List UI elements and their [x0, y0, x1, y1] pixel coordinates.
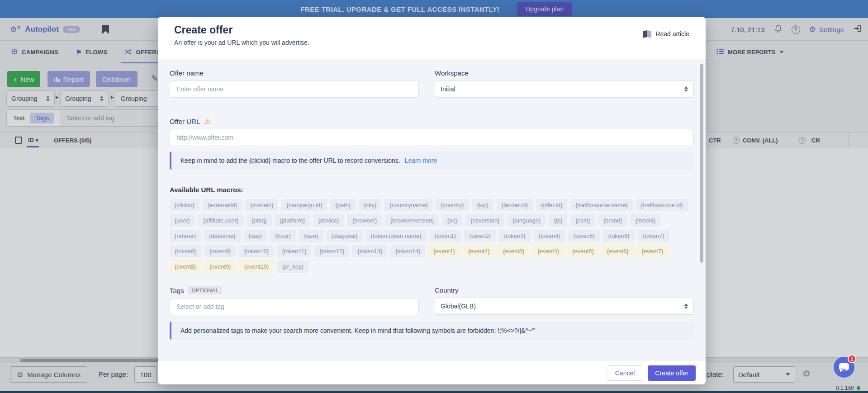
offer-name-label: Offer name: [170, 69, 419, 77]
macro-chip[interactable]: {path}: [330, 199, 356, 211]
offer-url-input[interactable]: [170, 129, 694, 146]
macro-chip[interactable]: {externalid}: [203, 199, 242, 211]
chat-widget[interactable]: 1: [834, 357, 854, 378]
macro-chip[interactable]: {size}: [299, 230, 323, 242]
macro-chips: {clickid}{externalid}{domain}{campaign.i…: [170, 199, 694, 273]
macro-chip[interactable]: {trafficsource.id}: [636, 199, 688, 211]
tags-input[interactable]: [170, 298, 419, 315]
cancel-button[interactable]: Cancel: [607, 365, 644, 381]
offer-url-field: Offer URL ⚠ Keep in mind to add the {cli…: [170, 118, 694, 170]
macro-chip[interactable]: {brand}: [598, 214, 627, 227]
stepper-icon: [684, 303, 688, 309]
macro-chip[interactable]: {cost}: [570, 214, 595, 227]
macro-chip[interactable]: {campaign.id}: [281, 199, 327, 211]
macro-chip[interactable]: {country}: [436, 199, 469, 211]
macro-chip[interactable]: {token9}: [204, 245, 236, 257]
macro-chip[interactable]: {osversion}: [465, 214, 504, 227]
macro-chip[interactable]: {language}: [508, 214, 545, 227]
macro-chip[interactable]: {browserversion}: [385, 214, 439, 227]
country-label: Country: [435, 286, 694, 294]
warning-icon: ⚠: [204, 118, 211, 125]
macro-chip[interactable]: {event3}: [498, 245, 530, 257]
clickid-note: Keep in mind to add the {clickid} macro …: [170, 152, 694, 170]
macro-chip[interactable]: {token14}: [390, 245, 425, 257]
country-select-value: Global(GLB): [441, 303, 476, 310]
macro-chip[interactable]: {hour}: [270, 230, 296, 242]
workspace-field: Workspace Initial: [435, 69, 694, 98]
macro-chip[interactable]: {platform}: [275, 214, 310, 227]
offer-name-input[interactable]: [170, 80, 419, 98]
create-offer-button[interactable]: Create offer: [648, 365, 696, 381]
country-field: Country Global(GLB): [435, 286, 694, 315]
macro-chip[interactable]: {uniq}: [247, 214, 272, 227]
macro-chip[interactable]: {token1}: [430, 230, 461, 242]
macro-chip[interactable]: {model}: [631, 214, 660, 227]
modal-body: Offer name Workspace Initial Offer URL ⚠: [158, 59, 706, 361]
macro-chip[interactable]: {token6}: [603, 230, 635, 242]
macro-chip[interactable]: {day}: [244, 230, 267, 242]
macro-chip[interactable]: {token3}: [499, 230, 531, 242]
macro-chip[interactable]: {domain}: [245, 199, 278, 211]
macro-chip[interactable]: {token10}: [239, 245, 274, 257]
macro-chip[interactable]: {city}: [359, 199, 381, 211]
modal-header: Create offer An offer is your ad URL whi…: [158, 17, 706, 59]
name-workspace-row: Offer name Workspace Initial: [170, 69, 694, 98]
macro-chip[interactable]: {token13}: [352, 245, 387, 257]
macro-chip[interactable]: {token12}: [314, 245, 349, 257]
tags-field: Tags OPTIONAL: [170, 286, 419, 315]
learn-more-link[interactable]: Learn more: [405, 157, 437, 164]
macros-label: Available URL macros:: [170, 186, 694, 194]
modal-scrollbar-thumb[interactable]: [700, 64, 703, 263]
macro-chip[interactable]: {trafficsource.name}: [570, 199, 632, 211]
country-select[interactable]: Global(GLB): [435, 298, 694, 315]
workspace-label: Workspace: [435, 69, 694, 77]
clickid-note-text: Keep in mind to add the {clickid} macro …: [180, 157, 400, 164]
stepper-icon: [684, 86, 688, 92]
macro-chip[interactable]: {diagonal}: [327, 230, 363, 242]
macro-chip[interactable]: {token5}: [568, 230, 600, 242]
modal-footer: Cancel Create offer: [158, 361, 706, 384]
offer-url-label: Offer URL: [170, 118, 200, 125]
macro-chip[interactable]: {offer.id}: [536, 199, 567, 211]
macro-chip[interactable]: {event6}: [602, 245, 634, 257]
macro-chip[interactable]: {datetime}: [204, 230, 241, 242]
macros-section: Available URL macros: {clickid}{external…: [170, 186, 694, 273]
create-offer-modal: Create offer An offer is your ad URL whi…: [158, 17, 706, 384]
read-article-link[interactable]: Read article: [643, 30, 689, 38]
read-article-label: Read article: [655, 30, 689, 38]
macro-chip[interactable]: {token4}: [534, 230, 565, 242]
app-screen: FREE TRIAL. UPGRADE & GET FULL ACCESS IN…: [0, 0, 868, 393]
tags-country-row: Tags OPTIONAL Country Global(GLB): [170, 286, 694, 315]
macro-chip[interactable]: {browser}: [347, 214, 382, 227]
macro-chip[interactable]: {token8}: [170, 245, 201, 257]
macro-chip[interactable]: {pr_key}: [277, 260, 308, 273]
macro-chip[interactable]: {referer}: [170, 230, 201, 242]
macro-chip[interactable]: {lander.id}: [497, 199, 533, 211]
macro-chip[interactable]: {event7}: [637, 245, 669, 257]
macro-chip[interactable]: {token2}: [464, 230, 496, 242]
macro-chip[interactable]: {token7}: [638, 230, 669, 242]
book-icon: [643, 31, 651, 38]
macro-chip[interactable]: {countryname}: [384, 199, 432, 211]
macro-chip[interactable]: {ip}: [549, 214, 567, 227]
workspace-select-value: Initial: [441, 85, 455, 93]
workspace-select[interactable]: Initial: [435, 80, 694, 98]
macro-chip[interactable]: {event2}: [463, 245, 495, 257]
macro-chip[interactable]: {token11}: [277, 245, 311, 257]
modal-subtitle: An offer is your ad URL which you will a…: [174, 39, 689, 46]
macro-chip[interactable]: {event1}: [428, 245, 460, 257]
macro-chip[interactable]: {affiliate.user}: [198, 214, 244, 227]
macro-chip[interactable]: {event8}: [170, 260, 201, 273]
macro-chip[interactable]: {isp}: [472, 199, 493, 211]
macro-chip[interactable]: {event5}: [567, 245, 599, 257]
macro-chip[interactable]: {event10}: [239, 260, 274, 273]
tags-note: Add personalized tags to make your searc…: [170, 322, 694, 340]
macro-chip[interactable]: {user}: [170, 214, 195, 227]
macro-chip[interactable]: {device}: [313, 214, 344, 227]
macro-chip[interactable]: {token:token name}: [366, 230, 427, 242]
macro-chip[interactable]: {os}: [442, 214, 462, 227]
macro-chip[interactable]: {clickid}: [170, 199, 199, 211]
tags-label: Tags: [170, 287, 184, 294]
macro-chip[interactable]: {event4}: [532, 245, 564, 257]
macro-chip[interactable]: {event9}: [204, 260, 236, 273]
